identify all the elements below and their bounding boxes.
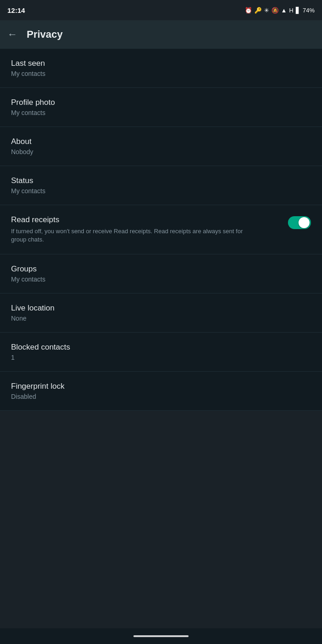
page-title: Privacy [27,29,63,40]
setting-live-location-value: None [11,315,55,322]
setting-about-label: About [11,137,33,146]
setting-status-text: Status My contacts [11,176,46,195]
setting-profile-photo[interactable]: Profile photo My contacts [0,88,322,127]
setting-blocked-contacts[interactable]: Blocked contacts 1 [0,333,322,372]
setting-groups[interactable]: Groups My contacts [0,254,322,293]
settings-list: Last seen My contacts Profile photo My c… [0,49,322,411]
setting-read-receipts[interactable]: Read receipts If turned off, you won't s… [0,205,322,254]
battery-icon: 74% [303,7,315,14]
back-button[interactable]: ← [7,29,17,40]
setting-blocked-contacts-text: Blocked contacts 1 [11,343,70,361]
setting-last-seen-value: My contacts [11,70,46,77]
alarm-icon: ⏰ [245,7,252,14]
setting-about[interactable]: About Nobody [0,127,322,166]
setting-fingerprint-lock-label: Fingerprint lock [11,382,64,391]
status-time: 12:14 [7,6,25,14]
setting-status[interactable]: Status My contacts [0,166,322,205]
setting-live-location-text: Live location None [11,304,55,322]
setting-live-location[interactable]: Live location None [0,293,322,333]
setting-fingerprint-lock-value: Disabled [11,393,64,400]
read-receipts-toggle-container [288,215,311,229]
toggle-knob [299,217,310,228]
setting-about-value: Nobody [11,148,33,155]
setting-live-location-label: Live location [11,304,55,313]
mute-icon: 🔕 [271,7,279,14]
setting-groups-value: My contacts [11,276,46,283]
signal-bars-icon: ▋ [296,7,300,14]
bluetooth-icon: ✳ [264,7,269,14]
setting-profile-photo-label: Profile photo [11,98,55,107]
wifi-icon: ▲ [281,7,287,14]
status-icons: ⏰ 🔑 ✳ 🔕 ▲ H ▋ 74% [245,7,315,14]
setting-read-receipts-description: If turned off, you won't send or receive… [11,227,259,244]
setting-status-value: My contacts [11,187,46,195]
setting-last-seen-text: Last seen My contacts [11,59,46,77]
setting-read-receipts-label: Read receipts [11,215,259,224]
setting-status-label: Status [11,176,46,185]
setting-blocked-contacts-label: Blocked contacts [11,343,70,352]
setting-fingerprint-lock[interactable]: Fingerprint lock Disabled [0,372,322,411]
header: ← Privacy [0,20,322,49]
status-bar: 12:14 ⏰ 🔑 ✳ 🔕 ▲ H ▋ 74% [0,0,322,20]
network-h-icon: H [289,7,293,14]
setting-last-seen[interactable]: Last seen My contacts [0,49,322,88]
setting-fingerprint-lock-text: Fingerprint lock Disabled [11,382,64,400]
setting-last-seen-label: Last seen [11,59,46,68]
home-indicator [133,635,189,637]
setting-groups-label: Groups [11,264,46,274]
setting-blocked-contacts-value: 1 [11,354,70,361]
setting-read-receipts-text: Read receipts If turned off, you won't s… [11,215,259,244]
setting-profile-photo-value: My contacts [11,109,55,116]
setting-profile-photo-text: Profile photo My contacts [11,98,55,116]
setting-groups-text: Groups My contacts [11,264,46,283]
nav-bar [0,628,322,644]
key-icon: 🔑 [254,7,262,14]
setting-about-text: About Nobody [11,137,33,155]
read-receipts-toggle[interactable] [288,216,311,229]
